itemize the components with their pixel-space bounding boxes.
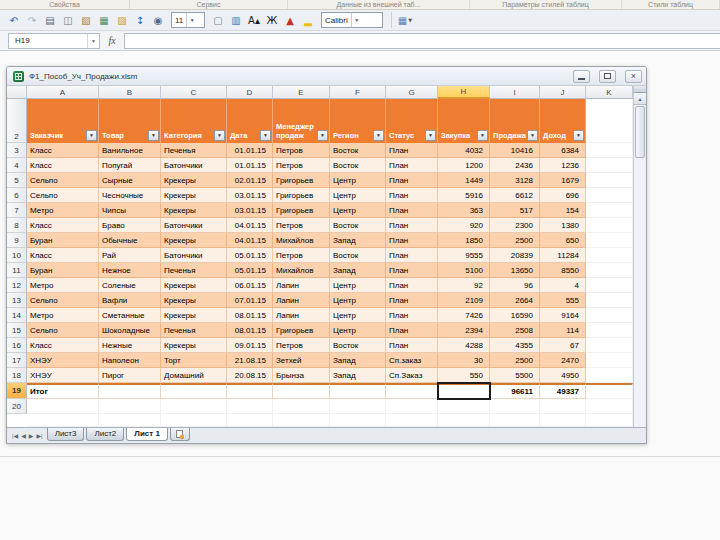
minimize-button[interactable] [573, 70, 590, 83]
cell-empty[interactable] [586, 158, 633, 173]
row-header[interactable]: 9 [7, 233, 27, 248]
cell-purchase[interactable]: 7426 [438, 308, 490, 323]
row-header[interactable]: 10 [7, 248, 27, 263]
cell-customer[interactable]: Класс [27, 158, 99, 173]
cell-manager[interactable]: Петров [273, 218, 330, 233]
cell-category[interactable]: Печенья [161, 323, 227, 338]
cell-category[interactable]: Батончики [161, 218, 227, 233]
open-folder-icon[interactable]: ▨ [114, 12, 130, 28]
first-sheet-icon[interactable]: |◀ [12, 432, 18, 439]
cell-date[interactable]: 03.01.15 [227, 188, 273, 203]
ribbon-group-label[interactable]: Свойства [0, 0, 130, 9]
undo-icon[interactable]: ↶ [6, 12, 22, 28]
cell-status[interactable]: План [386, 338, 438, 353]
row-header-selected[interactable]: 19 [7, 383, 27, 399]
cell-product[interactable]: Чипсы [99, 203, 161, 218]
cell-date[interactable]: 05.01.15 [227, 248, 273, 263]
filter-dropdown-icon[interactable]: ▼ [573, 130, 584, 141]
cell-income[interactable]: 4 [540, 278, 586, 293]
total-income-cell[interactable]: 49337 [540, 383, 586, 399]
workbook-titlebar[interactable]: Ф1_Пособ_Уч_Продажи.xlsm × [7, 67, 646, 86]
font-size-combo[interactable]: 11 ▼ [171, 12, 205, 28]
fill-color-icon[interactable]: ▂ [300, 12, 316, 28]
cell-manager[interactable]: Григорьев [273, 173, 330, 188]
column-header[interactable]: A [27, 86, 99, 99]
cell-income[interactable]: 154 [540, 203, 586, 218]
row-header[interactable]: 11 [7, 263, 27, 278]
cell-customer[interactable]: Сельпо [27, 323, 99, 338]
cell-manager[interactable]: Михайлов [273, 263, 330, 278]
column-header[interactable]: E [273, 86, 330, 99]
cell-product[interactable]: Сметанные [99, 308, 161, 323]
cell-empty[interactable] [161, 383, 227, 399]
cell-empty[interactable] [586, 338, 633, 353]
cell-product[interactable]: Наполеон [99, 353, 161, 368]
cell-sales[interactable]: 5500 [490, 368, 540, 383]
cell-customer[interactable]: Метро [27, 203, 99, 218]
cell-product[interactable]: Чесночные [99, 188, 161, 203]
column-header[interactable]: D [227, 86, 273, 99]
cell-category[interactable]: Крекеры [161, 233, 227, 248]
close-button[interactable]: × [625, 70, 642, 83]
cell-purchase[interactable]: 30 [438, 353, 490, 368]
cell-status[interactable]: План [386, 143, 438, 158]
table-header-cell[interactable]: Закупка ▼ [438, 99, 490, 143]
cell-status[interactable]: План [386, 173, 438, 188]
cell-income[interactable]: 114 [540, 323, 586, 338]
cell-sales[interactable]: 2300 [490, 218, 540, 233]
cell-purchase[interactable]: 2394 [438, 323, 490, 338]
column-header[interactable]: H [438, 86, 490, 99]
cell-status[interactable]: План [386, 293, 438, 308]
cell-income[interactable]: 2470 [540, 353, 586, 368]
cell-product[interactable]: Обычные [99, 233, 161, 248]
cell-product[interactable]: Нежные [99, 338, 161, 353]
row-header[interactable]: 17 [7, 353, 27, 368]
cell-status[interactable]: План [386, 263, 438, 278]
cell-customer[interactable]: Буран [27, 233, 99, 248]
cell-category[interactable]: Крекеры [161, 203, 227, 218]
print-preview-icon[interactable]: ◫ [60, 12, 76, 28]
cell-income[interactable]: 1679 [540, 173, 586, 188]
column-header[interactable]: C [161, 86, 227, 99]
cell-sales[interactable]: 2500 [490, 233, 540, 248]
cell-empty[interactable] [586, 143, 633, 158]
chart-icon[interactable]: ▥ [228, 12, 244, 28]
paste-icon[interactable]: ▧ [78, 12, 94, 28]
border-color-icon[interactable]: ▲ [282, 12, 298, 28]
table-header-cell[interactable]: Заказчик ▼ [27, 99, 99, 143]
cell-status[interactable]: План [386, 323, 438, 338]
cell-sales[interactable]: 13650 [490, 263, 540, 278]
cell-manager[interactable]: Григорьев [273, 188, 330, 203]
cell-empty[interactable] [99, 383, 161, 399]
picture-icon[interactable]: ▦ [96, 12, 112, 28]
column-header[interactable]: F [330, 86, 386, 99]
scroll-up-icon[interactable]: ▲ [634, 93, 646, 105]
cell-income[interactable]: 650 [540, 233, 586, 248]
cell-category[interactable]: Крекеры [161, 173, 227, 188]
insert-function-button[interactable]: fx [100, 35, 124, 46]
cell-sales[interactable]: 20839 [490, 248, 540, 263]
cell-sales[interactable]: 16590 [490, 308, 540, 323]
cell-sales[interactable]: 2664 [490, 293, 540, 308]
cell-date[interactable]: 21.08.15 [227, 353, 273, 368]
cell-category[interactable]: Крекеры [161, 278, 227, 293]
filter-dropdown-icon[interactable]: ▼ [148, 130, 159, 141]
name-box[interactable]: H19 ▼ [8, 33, 100, 49]
cell-sales[interactable]: 6612 [490, 188, 540, 203]
cell-region[interactable]: Центр [330, 293, 386, 308]
cell-empty[interactable] [586, 203, 633, 218]
column-header[interactable]: B [99, 86, 161, 99]
cell-category[interactable]: Домашний [161, 368, 227, 383]
cell-income[interactable]: 8550 [540, 263, 586, 278]
cell-region[interactable]: Запад [330, 353, 386, 368]
cell-product[interactable]: Рай [99, 248, 161, 263]
cell-region[interactable]: Центр [330, 278, 386, 293]
cell-income[interactable]: 1380 [540, 218, 586, 233]
cell-customer[interactable]: Буран [27, 263, 99, 278]
cell-income[interactable]: 67 [540, 338, 586, 353]
cell-empty[interactable] [586, 233, 633, 248]
cell-income[interactable]: 1236 [540, 158, 586, 173]
cell-empty[interactable] [586, 248, 633, 263]
cell-purchase[interactable]: 4288 [438, 338, 490, 353]
cell-region[interactable]: Запад [330, 368, 386, 383]
